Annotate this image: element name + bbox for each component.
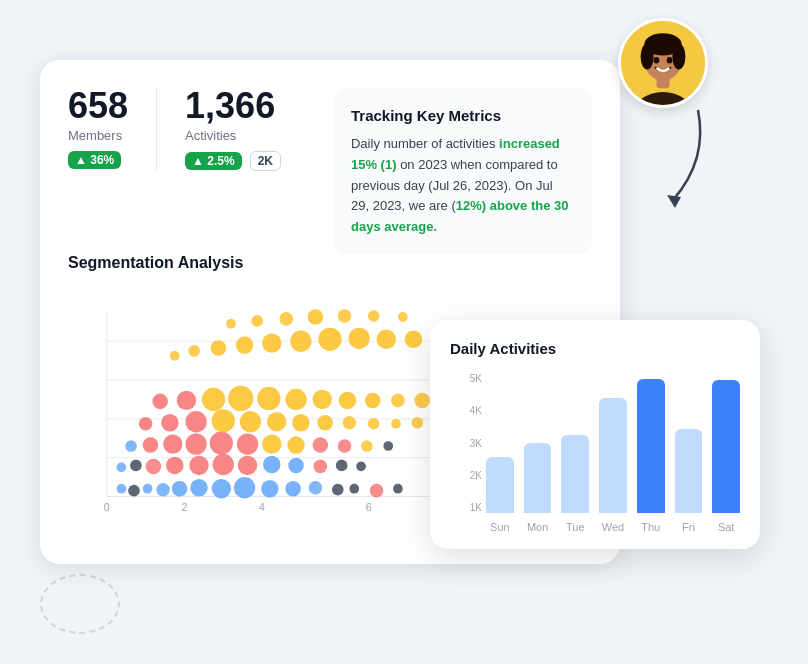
dashed-circle-decoration: [40, 574, 120, 634]
y-label-4k: 4K: [470, 405, 482, 416]
svg-text:4: 4: [259, 501, 265, 513]
tracking-title: Tracking Key Metrics: [351, 104, 574, 128]
activities-badge: ▲ 2.5%: [185, 152, 242, 170]
svg-point-67: [317, 415, 333, 431]
svg-point-70: [391, 419, 401, 429]
svg-point-110: [251, 315, 263, 327]
svg-point-24: [156, 483, 170, 497]
bar-label-sat: Sat: [718, 521, 735, 533]
bar-label-tue: Tue: [566, 521, 585, 533]
svg-point-76: [152, 394, 168, 410]
bar-label-fri: Fri: [682, 521, 695, 533]
svg-point-85: [391, 394, 405, 408]
svg-point-8: [667, 57, 673, 64]
activities-badge2: 2K: [250, 151, 281, 171]
bar-thu: [637, 379, 665, 513]
svg-point-101: [405, 331, 422, 348]
bar-label-thu: Thu: [641, 521, 660, 533]
tracking-highlight2: 12%) above the 30 days average.: [351, 198, 569, 234]
svg-marker-9: [667, 195, 681, 208]
svg-point-41: [213, 454, 234, 475]
svg-point-53: [237, 433, 258, 454]
y-label-5k: 5K: [470, 373, 482, 384]
bar-fri: [675, 429, 703, 513]
members-badge-row: ▲ 36%: [68, 151, 128, 169]
bar-col-sat: Sat: [712, 380, 740, 533]
activities-badge-row: ▲ 2.5% 2K: [185, 151, 281, 171]
svg-point-98: [318, 328, 341, 351]
bar-col-fri: Fri: [675, 429, 703, 533]
svg-point-35: [393, 484, 403, 494]
svg-point-64: [240, 411, 261, 432]
svg-point-68: [343, 416, 357, 430]
svg-point-23: [143, 484, 153, 494]
tracking-text: Daily number of activities increased 15%…: [351, 134, 574, 238]
svg-point-84: [365, 393, 381, 409]
svg-point-115: [398, 312, 408, 322]
bar-label-mon: Mon: [527, 521, 548, 533]
svg-point-54: [262, 434, 281, 453]
svg-point-33: [349, 484, 359, 494]
bar-mon: [524, 443, 552, 513]
svg-point-57: [338, 439, 352, 453]
svg-point-66: [292, 414, 309, 431]
svg-point-36: [117, 463, 127, 473]
members-label: Members: [68, 128, 128, 143]
svg-point-92: [170, 351, 180, 361]
svg-point-65: [267, 412, 286, 431]
svg-point-111: [280, 312, 294, 326]
arrow-icon: [653, 100, 713, 220]
svg-point-27: [212, 479, 231, 498]
svg-text:6: 6: [366, 501, 372, 513]
svg-point-6: [672, 43, 685, 69]
svg-point-28: [234, 477, 255, 498]
y-axis: 5K 4K 3K 2K 1K: [450, 373, 482, 513]
svg-point-40: [189, 456, 208, 475]
svg-point-80: [257, 387, 280, 410]
svg-text:2: 2: [181, 501, 187, 513]
metrics-blocks: 658 Members ▲ 36% 1,366 Activities ▲ 2.5…: [68, 88, 309, 171]
svg-point-113: [338, 309, 352, 323]
svg-point-60: [139, 417, 153, 431]
svg-point-71: [412, 417, 424, 429]
svg-point-97: [290, 331, 311, 352]
svg-point-63: [212, 409, 235, 432]
svg-point-69: [368, 418, 380, 430]
bar-sat: [712, 380, 740, 513]
svg-point-94: [211, 340, 227, 356]
svg-point-82: [313, 390, 332, 409]
svg-text:0: 0: [104, 501, 110, 513]
members-metric: 658 Members ▲ 36%: [68, 88, 156, 169]
svg-point-81: [285, 389, 306, 410]
bar-tue: [561, 435, 589, 513]
metrics-tracking-row: 658 Members ▲ 36% 1,366 Activities ▲ 2.5…: [68, 88, 592, 254]
svg-point-42: [238, 456, 257, 475]
svg-point-61: [161, 414, 178, 431]
bar-col-sun: Sun: [486, 457, 514, 533]
svg-point-32: [332, 484, 344, 496]
svg-point-45: [314, 460, 328, 474]
members-value: 658: [68, 88, 128, 124]
bar-col-tue: Tue: [561, 435, 589, 533]
svg-point-109: [226, 319, 236, 329]
svg-point-49: [143, 437, 159, 453]
svg-point-93: [188, 345, 200, 357]
svg-point-30: [285, 481, 301, 497]
avatar: [618, 18, 708, 108]
svg-point-59: [383, 441, 393, 451]
svg-point-47: [356, 462, 366, 472]
svg-point-77: [177, 391, 196, 410]
svg-point-21: [117, 484, 127, 494]
y-label-2k: 2K: [470, 470, 482, 481]
svg-point-34: [370, 484, 384, 498]
svg-point-95: [236, 336, 253, 353]
bar-label-sun: Sun: [490, 521, 510, 533]
svg-point-62: [185, 411, 206, 432]
bar-wed: [599, 398, 627, 513]
tracking-highlight1: increased 15% (1): [351, 136, 560, 172]
y-label-1k: 1K: [470, 502, 482, 513]
bar-chart: 5K 4K 3K 2K 1K SunMonTueWedThuFriSat: [450, 373, 740, 533]
svg-point-58: [361, 440, 373, 452]
svg-point-56: [313, 437, 329, 453]
svg-point-43: [263, 456, 280, 473]
